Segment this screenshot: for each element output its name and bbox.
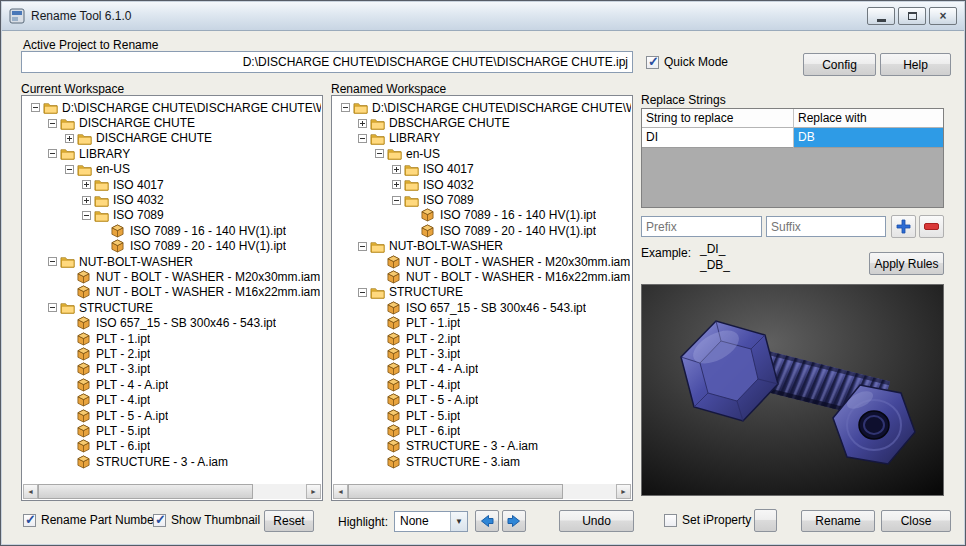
expand-toggle[interactable] [358, 119, 367, 128]
expand-toggle[interactable] [358, 242, 367, 251]
tree-node[interactable]: D:\DISCHARGE CHUTE\DISCHARGE CHUTE\W [23, 100, 321, 115]
tree-node[interactable]: PLT - 5 - A.ipt [333, 392, 631, 407]
tree-node[interactable]: LIBRARY [23, 146, 321, 161]
string-to-replace-cell[interactable]: DI [642, 128, 794, 148]
tree-node[interactable]: PLT - 5.ipt [23, 423, 321, 438]
current-workspace-tree[interactable]: D:\DISCHARGE CHUTE\DISCHARGE CHUTE\WDISC… [23, 97, 321, 484]
tree-node[interactable]: ISO 4032 [333, 177, 631, 192]
tree-node[interactable]: STRUCTURE [333, 285, 631, 300]
undo-button[interactable]: Undo [559, 510, 634, 532]
tree-node[interactable]: STRUCTURE - 3 - A.iam [23, 454, 321, 469]
current-tree-hscrollbar[interactable]: ◄ ► [23, 484, 321, 499]
scroll-right-button[interactable]: ► [616, 484, 631, 499]
scroll-left-button[interactable]: ◄ [333, 484, 348, 499]
tree-node[interactable]: ISO 657_15 - SB 300x46 - 543.ipt [333, 300, 631, 315]
add-rule-button[interactable] [891, 215, 916, 238]
tree-node[interactable]: ISO 657_15 - SB 300x46 - 543.ipt [23, 315, 321, 330]
rename-part-number-checkbox-box[interactable] [23, 514, 36, 527]
scroll-right-button[interactable]: ► [306, 484, 321, 499]
suffix-input[interactable] [766, 216, 886, 237]
renamed-workspace-tree[interactable]: D:\DISCHARGE CHUTE\DISCHARGE CHUTE\WDBSC… [333, 97, 631, 484]
show-thumbnail-checkbox[interactable]: Show Thumbnail [153, 513, 260, 527]
tree-node[interactable]: ISO 7089 [333, 192, 631, 207]
tree-node[interactable]: PLT - 3.ipt [333, 346, 631, 361]
show-thumbnail-checkbox-box[interactable] [153, 514, 166, 527]
tree-node[interactable]: PLT - 4 - A.ipt [333, 362, 631, 377]
tree-node[interactable]: ISO 4017 [23, 177, 321, 192]
config-button[interactable]: Config [803, 53, 876, 76]
scroll-thumb[interactable] [38, 484, 253, 499]
tree-node[interactable]: STRUCTURE - 3.iam [333, 454, 631, 469]
help-button[interactable]: Help [880, 53, 951, 76]
expand-toggle[interactable] [82, 180, 91, 189]
tree-node[interactable]: en-US [333, 146, 631, 161]
expand-toggle[interactable] [341, 103, 350, 112]
expand-toggle[interactable] [392, 196, 401, 205]
tree-node[interactable]: ISO 7089 - 20 - 140 HV(1).ipt [23, 239, 321, 254]
tree-node[interactable]: ISO 7089 - 20 - 140 HV(1).ipt [333, 223, 631, 238]
column-header-replace-with[interactable]: Replace with [794, 109, 943, 128]
set-iproperty-checkbox-box[interactable] [664, 514, 677, 527]
highlight-next-button[interactable] [502, 510, 526, 532]
tree-node[interactable]: PLT - 6.ipt [333, 423, 631, 438]
tree-node[interactable]: NUT - BOLT - WASHER - M16x22mm.iam [23, 285, 321, 300]
close-button[interactable]: × [929, 7, 957, 25]
tree-node[interactable]: PLT - 1.ipt [23, 331, 321, 346]
expand-toggle[interactable] [48, 257, 57, 266]
reset-button[interactable]: Reset [264, 510, 314, 532]
tree-node[interactable]: PLT - 2.ipt [333, 331, 631, 346]
tree-node[interactable]: ISO 7089 - 16 - 140 HV(1).ipt [333, 208, 631, 223]
tree-node[interactable]: PLT - 4.ipt [23, 392, 321, 407]
maximize-button[interactable] [898, 7, 926, 25]
tree-node[interactable]: ISO 4032 [23, 192, 321, 207]
tree-node[interactable]: ISO 7089 - 16 - 140 HV(1).ipt [23, 223, 321, 238]
iproperty-options-button[interactable] [754, 509, 777, 532]
close-dialog-button[interactable]: Close [881, 510, 951, 532]
tree-node[interactable]: LIBRARY [333, 131, 631, 146]
expand-toggle[interactable] [358, 134, 367, 143]
expand-toggle[interactable] [31, 103, 40, 112]
apply-rules-button[interactable]: Apply Rules [869, 252, 944, 275]
tree-node[interactable]: D:\DISCHARGE CHUTE\DISCHARGE CHUTE\W [333, 100, 631, 115]
expand-toggle[interactable] [48, 303, 57, 312]
tree-node[interactable]: NUT-BOLT-WASHER [333, 239, 631, 254]
tree-node[interactable]: PLT - 6.ipt [23, 439, 321, 454]
expand-toggle[interactable] [65, 165, 74, 174]
project-path-input[interactable] [21, 51, 633, 73]
expand-toggle[interactable] [48, 149, 57, 158]
scroll-thumb[interactable] [348, 484, 563, 499]
scroll-left-button[interactable]: ◄ [23, 484, 38, 499]
expand-toggle[interactable] [82, 196, 91, 205]
column-header-string-to-replace[interactable]: String to replace [642, 109, 794, 128]
remove-rule-button[interactable] [919, 215, 944, 238]
expand-toggle[interactable] [375, 149, 384, 158]
expand-toggle[interactable] [392, 165, 401, 174]
quick-mode-checkbox-box[interactable] [646, 56, 659, 69]
expand-toggle[interactable] [82, 211, 91, 220]
rename-part-number-checkbox[interactable]: Rename Part Number [23, 513, 158, 527]
highlight-dropdown[interactable]: None ▼ [394, 511, 468, 532]
tree-node[interactable]: PLT - 1.ipt [333, 315, 631, 330]
expand-toggle[interactable] [48, 119, 57, 128]
expand-toggle[interactable] [358, 288, 367, 297]
tree-node[interactable]: PLT - 2.ipt [23, 346, 321, 361]
tree-node[interactable]: DISCHARGE CHUTE [23, 131, 321, 146]
tree-node[interactable]: DISCHARGE CHUTE [23, 115, 321, 130]
expand-toggle[interactable] [392, 180, 401, 189]
set-iproperty-checkbox[interactable]: Set iProperty [664, 513, 751, 527]
tree-node[interactable]: PLT - 3.ipt [23, 362, 321, 377]
tree-node[interactable]: NUT - BOLT - WASHER - M16x22mm.iam [333, 269, 631, 284]
minimize-button[interactable] [867, 7, 895, 25]
tree-node[interactable]: NUT - BOLT - WASHER - M20x30mm.iam [23, 269, 321, 284]
highlight-prev-button[interactable] [475, 510, 499, 532]
tree-node[interactable]: ISO 7089 [23, 208, 321, 223]
tree-node[interactable]: en-US [23, 162, 321, 177]
tree-node[interactable]: STRUCTURE - 3 - A.iam [333, 439, 631, 454]
tree-node[interactable]: NUT-BOLT-WASHER [23, 254, 321, 269]
quick-mode-checkbox[interactable]: Quick Mode [646, 55, 728, 69]
renamed-tree-hscrollbar[interactable]: ◄ ► [333, 484, 631, 499]
tree-node[interactable]: PLT - 4 - A.ipt [23, 377, 321, 392]
chevron-down-icon[interactable]: ▼ [450, 512, 467, 531]
tree-node[interactable]: PLT - 4.ipt [333, 377, 631, 392]
expand-toggle[interactable] [65, 134, 74, 143]
